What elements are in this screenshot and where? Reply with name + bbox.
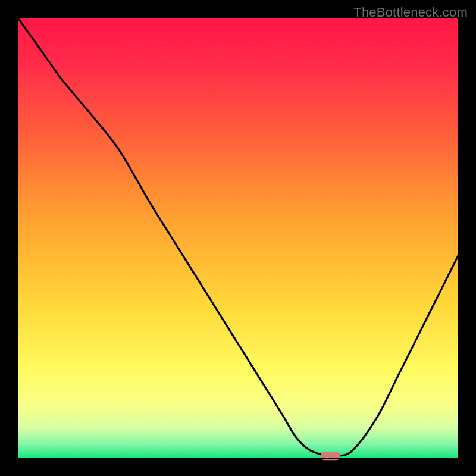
optimal-marker <box>320 452 340 460</box>
gradient-background <box>18 18 458 458</box>
watermark-text: TheBottleneck.com <box>353 5 468 20</box>
bottleneck-chart <box>0 0 476 476</box>
